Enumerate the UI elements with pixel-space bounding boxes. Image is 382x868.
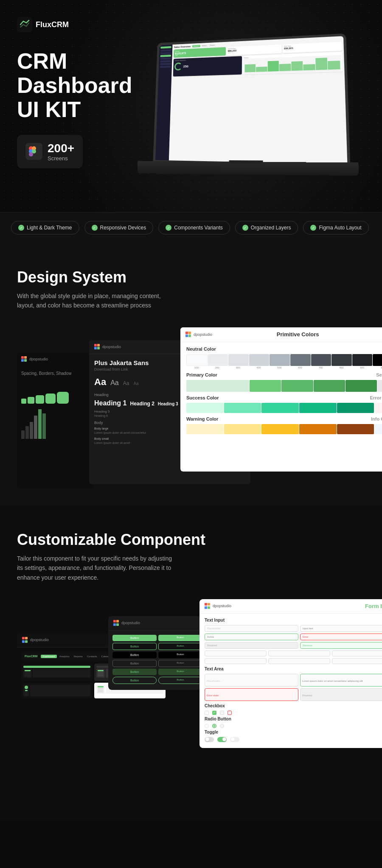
logo-text: FluxCRM <box>36 20 69 29</box>
laptop-mockup: Sales Overview Dashboard Analytics Produ… <box>137 36 359 200</box>
checkbox-unchecked[interactable] <box>205 711 209 715</box>
toggle-label: Toggle <box>205 730 382 734</box>
checkbox-checked[interactable]: ✓ <box>212 711 216 715</box>
mock-btn-outline-md[interactable]: Button <box>158 643 202 650</box>
neutral-title: Neutral Color <box>186 346 382 352</box>
feature-label-4: Organized Layers <box>251 225 291 231</box>
feature-label-3: Components Variants <box>174 225 223 231</box>
text-input-label: Text Input <box>205 618 382 622</box>
fluxcrm-logo-icon <box>17 17 32 32</box>
feature-label-2: Responsive Devices <box>100 225 146 231</box>
error-title: Error Colo <box>370 395 382 400</box>
mock-btn-black-lg[interactable]: Button <box>112 652 157 658</box>
check-icon-4: ✓ <box>242 225 248 231</box>
toggle-off[interactable] <box>205 737 214 742</box>
toggle-on[interactable] <box>217 737 227 742</box>
hero-logo: FluxCRM <box>17 17 365 32</box>
mock-btn-ghost-md[interactable]: Button <box>158 660 202 667</box>
checkbox-disabled <box>220 711 224 715</box>
customizable-desc: Tailor this component to fit your specif… <box>17 554 178 582</box>
colors-card: dpopstudio Primitive Colors ○ Neutral Co… <box>180 327 382 472</box>
toggle-disabled <box>230 737 239 742</box>
mock-btn-green-lg[interactable]: Button <box>112 635 157 641</box>
checkbox-error[interactable] <box>228 711 232 715</box>
mock-btn-black-md[interactable]: Button <box>158 652 202 658</box>
ds-gallery: dpopstudio Spacing, Borders, Shadow <box>17 327 365 488</box>
svg-rect-0 <box>17 17 32 32</box>
feature-components: ✓ Components Variants <box>158 221 230 234</box>
checkbox-label: Checkbox <box>205 703 382 708</box>
customizable-title: Customizable Component <box>17 531 365 549</box>
badge-text: 200+ Screens <box>48 142 74 162</box>
badge-label: Screens <box>48 155 74 162</box>
radio-checked[interactable] <box>212 724 216 728</box>
figma-badge: 200+ Screens <box>17 135 83 168</box>
svg-point-6 <box>29 152 33 156</box>
design-system-desc: With the global style guide in place, ma… <box>17 291 178 310</box>
text-area-label: Text Area <box>205 667 382 671</box>
secondary-title: Second <box>376 372 382 377</box>
warning-title: Warning Color <box>186 416 218 421</box>
form-title: Form Input <box>365 603 382 609</box>
hero-content: CRMDashboardUI KIT 200+ Screens <box>17 45 365 198</box>
mock-btn-ghost-lg[interactable]: Button <box>112 660 157 667</box>
hero-title: CRMDashboardUI KIT <box>17 49 144 122</box>
mock-btn-subtle-lg[interactable]: Button <box>112 669 157 675</box>
primary-title: Primary Color <box>186 372 217 377</box>
radio-label: Radio Button <box>205 717 382 721</box>
dash-main: Sales Overview Dashboard Analytics Produ… <box>169 36 348 164</box>
success-title: Success Color <box>186 395 219 400</box>
check-icon-5: ✓ <box>310 225 316 231</box>
mock-btn-pill-md[interactable]: Button <box>158 677 202 684</box>
design-system-section: Design System With the global style guid… <box>0 243 382 505</box>
check-icon-1: ✓ <box>18 225 24 231</box>
design-system-title: Design System <box>17 268 365 286</box>
laptop-screen: Sales Overview Dashboard Analytics Produ… <box>153 33 350 167</box>
laptop-screen-inner: Sales Overview Dashboard Analytics Produ… <box>155 36 347 164</box>
figma-icon <box>25 143 42 160</box>
spacing-card: dpopstudio Spacing, Borders, Shadow <box>17 353 93 488</box>
radio-disabled <box>220 724 224 728</box>
feature-light-dark: ✓ Light & Dark Theme <box>11 221 79 234</box>
radio-unchecked[interactable] <box>205 724 209 728</box>
form-input-card: dpopstudio Form Input Text Input Placeho… <box>199 599 382 748</box>
mock-btn-subtle-md[interactable]: Button <box>158 669 202 675</box>
badge-count: 200+ <box>48 142 74 155</box>
feature-responsive: ✓ Responsive Devices <box>84 221 154 234</box>
spacing-label: Spacing, Borders, Shadow <box>21 371 71 376</box>
component-gallery: dpopstudio Sidebar & Navbar FluxCRM Dash… <box>17 599 365 803</box>
customizable-section: Customizable Component Tailor this compo… <box>0 505 382 820</box>
mock-btn-pill-lg[interactable]: Button <box>112 677 157 684</box>
hero-left: CRMDashboardUI KIT 200+ Screens <box>17 45 144 168</box>
hero-section: FluxCRM CRMDashboardUI KIT 200+ Screens <box>0 0 382 212</box>
check-icon-3: ✓ <box>166 225 171 231</box>
feature-figma: ✓ Figma Auto Layout <box>303 221 368 234</box>
mock-btn-outline-lg[interactable]: Button <box>112 643 157 650</box>
colors-title: Primitive Colors <box>277 331 319 338</box>
hero-right: Sales Overview Dashboard Analytics Produ… <box>136 36 365 198</box>
mock-btn-green-md[interactable]: Button <box>158 635 202 641</box>
feature-label-1: Light & Dark Theme <box>27 225 72 231</box>
feature-label-5: Figma Auto Layout <box>319 225 361 231</box>
dashboard-mock: Sales Overview Dashboard Analytics Produ… <box>155 36 347 164</box>
info-title: Info Color <box>371 416 382 421</box>
features-bar: ✓ Light & Dark Theme ✓ Responsive Device… <box>0 212 382 243</box>
feature-organized: ✓ Organized Layers <box>235 221 298 234</box>
check-icon-2: ✓ <box>92 225 98 231</box>
laptop-notch <box>229 160 263 164</box>
